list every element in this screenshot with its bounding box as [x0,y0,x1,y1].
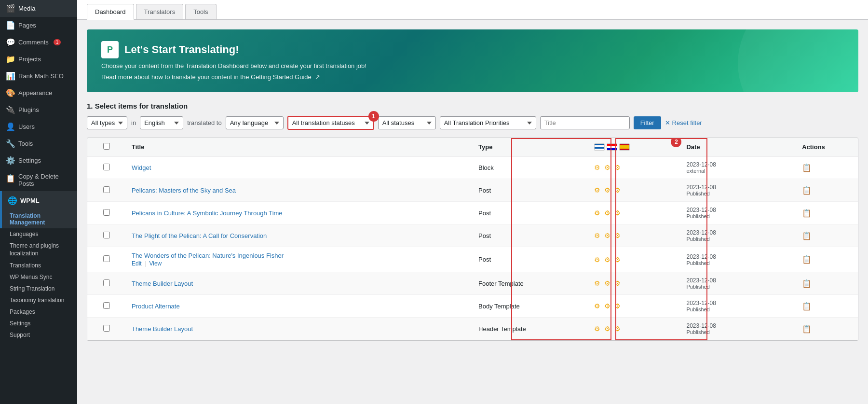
tab-translators[interactable]: Translators [136,4,184,19]
action-icon-6[interactable]: 📋 [802,279,812,288]
translation-icon-hr-6[interactable]: ⚙ [604,279,610,287]
filter-button[interactable]: Filter [634,116,661,129]
sidebar-item-rank-math[interactable]: 📊 Rank Math SEO [0,68,77,84]
sidebar-item-copy-delete[interactable]: 📋 Copy & Delete Posts [0,169,77,191]
translation-icon-es-2[interactable]: ⚙ [614,186,621,194]
action-icon-3[interactable]: 📋 [802,209,812,217]
action-icon-2[interactable]: 📋 [802,186,812,195]
translation-icon-gr-2[interactable]: ⚙ [594,186,600,194]
post-title-link-7[interactable]: Product Alternate [132,303,467,310]
row-checkbox-1[interactable] [103,164,110,170]
translation-icon-hr-5[interactable]: ⚙ [604,256,610,264]
translation-icon-gr-3[interactable]: ⚙ [594,209,600,217]
all-statuses-select[interactable]: All statuses [378,116,436,129]
getting-started-link[interactable]: Read more about how to translate your co… [101,73,320,81]
sidebar-item-users[interactable]: 👤 Users [0,118,77,135]
sidebar-sub-item-languages[interactable]: Languages [0,228,77,240]
all-types-select[interactable]: All types [87,116,127,129]
post-title-link-3[interactable]: Pelicans in Culture: A Symbolic Journey … [132,209,467,217]
select-all-checkbox[interactable] [103,143,110,150]
action-icon-7[interactable]: 📋 [802,302,812,310]
row-checkbox-cell[interactable] [87,224,126,247]
translation-icon-hr-7[interactable]: ⚙ [604,302,610,310]
sidebar-sub-item-taxonomy-translation[interactable]: Taxonomy translation [0,294,77,306]
translation-icon-es-5[interactable]: ⚙ [614,256,621,264]
sidebar-sub-item-support[interactable]: Support [0,329,77,341]
translation-icon-hr-1[interactable]: ⚙ [604,164,610,171]
row-checkbox-cell[interactable] [87,179,126,202]
sidebar-item-plugins[interactable]: 🔌 Plugins [0,101,77,118]
translation-statuses-select[interactable]: All translation statuses [287,116,374,130]
action-icon-1[interactable]: 📋 [802,164,812,172]
edit-link-5[interactable]: Edit [132,260,142,267]
row-checkbox-cell[interactable] [87,295,126,318]
sidebar-sub-item-string-translation[interactable]: String Translation [0,283,77,294]
sidebar-item-comments[interactable]: 💬 Comments 1 [0,34,77,51]
rank-math-icon: 📊 [6,71,14,81]
sidebar-item-tools[interactable]: 🔧 Tools [0,135,77,152]
sidebar-sub-item-theme-plugins[interactable]: Theme and plugins localization [0,240,77,260]
row-checkbox-4[interactable] [103,232,110,238]
sidebar-sub-item-wp-menus-sync[interactable]: WP Menus Sync [0,271,77,283]
translation-icon-es-7[interactable]: ⚙ [614,302,621,310]
translation-icon-es-6[interactable]: ⚙ [614,279,621,287]
reset-filter-button[interactable]: ✕ Reset filter [665,119,702,126]
translation-icon-gr-7[interactable]: ⚙ [594,302,600,310]
select-all-header[interactable] [87,138,126,156]
translation-icon-es-3[interactable]: ⚙ [614,209,621,217]
tab-dashboard[interactable]: Dashboard [87,4,134,20]
row-title-cell: Theme Builder Layout [126,272,473,295]
translation-icon-hr-3[interactable]: ⚙ [604,209,610,217]
translation-icon-hr-8[interactable]: ⚙ [604,325,610,333]
sidebar-sub-item-settings-wpml[interactable]: Settings [0,318,77,329]
translation-icon-es-1[interactable]: ⚙ [614,164,621,171]
row-checkbox-cell[interactable] [87,247,126,272]
sidebar-item-appearance[interactable]: 🎨 Appearance [0,84,77,101]
row-checkbox-6[interactable] [103,279,110,286]
row-checkbox-2[interactable] [103,186,110,193]
sidebar-item-projects[interactable]: 📁 Projects [0,51,77,68]
action-icon-4[interactable]: 📋 [802,232,812,240]
translation-icon-gr-8[interactable]: ⚙ [594,325,600,333]
translation-icon-hr-4[interactable]: ⚙ [604,232,610,239]
translation-icon-hr-2[interactable]: ⚙ [604,186,610,194]
view-link-5[interactable]: View [149,260,162,267]
post-title-link-8[interactable]: Theme Builder Layout [132,325,467,333]
row-checkbox-5[interactable] [103,255,110,262]
translation-icon-es-4[interactable]: ⚙ [614,232,621,239]
action-icon-8[interactable]: 📋 [802,325,812,333]
post-title-link-1[interactable]: Widget [132,164,467,171]
translation-icon-gr-4[interactable]: ⚙ [594,232,600,239]
row-checkbox-cell[interactable] [87,318,126,340]
sidebar-sub-item-packages[interactable]: Packages [0,306,77,318]
post-title-link-2[interactable]: Pelicans: Masters of the Sky and Sea [132,187,467,194]
action-icon-5[interactable]: 📋 [802,255,812,264]
row-checkbox-8[interactable] [103,325,110,332]
row-checkbox-cell[interactable] [87,156,126,179]
sidebar-item-settings[interactable]: ⚙️ Settings [0,152,77,169]
sidebar-item-wpml[interactable]: 🌐 WPML [2,191,77,210]
row-checkbox-7[interactable] [103,302,110,309]
sidebar-item-media[interactable]: 🎬 Media [0,0,77,17]
translation-icon-gr-5[interactable]: ⚙ [594,256,600,264]
sidebar-sub-item-translations[interactable]: Translations [0,260,77,271]
translation-icon-gr-1[interactable]: ⚙ [594,164,600,171]
row-checkbox-cell[interactable] [87,202,126,224]
title-search-input[interactable] [540,116,630,129]
actions-header: Actions [796,138,858,156]
post-title-link-5[interactable]: The Wonders of the Pelican: Nature's Ing… [132,252,467,259]
translation-icon-es-8[interactable]: ⚙ [614,325,621,333]
row-date-cell: 2023-12-08 Published [680,179,796,202]
banner-link[interactable]: Read more about how to translate your co… [101,73,844,81]
row-checkbox-cell[interactable] [87,272,126,295]
any-language-select[interactable]: Any language [226,116,284,129]
post-title-link-6[interactable]: Theme Builder Layout [132,280,467,287]
sidebar-sub-item-translation-management[interactable]: Translation Management [2,210,77,228]
language-select[interactable]: English [140,116,183,129]
tab-tools[interactable]: Tools [185,4,216,19]
translation-icon-gr-6[interactable]: ⚙ [594,279,600,287]
row-checkbox-3[interactable] [103,209,110,216]
translation-priorities-select[interactable]: All Translation Priorities [440,116,536,129]
post-title-link-4[interactable]: The Plight of the Pelican: A Call for Co… [132,232,467,239]
sidebar-item-pages[interactable]: 📄 Pages [0,17,77,34]
